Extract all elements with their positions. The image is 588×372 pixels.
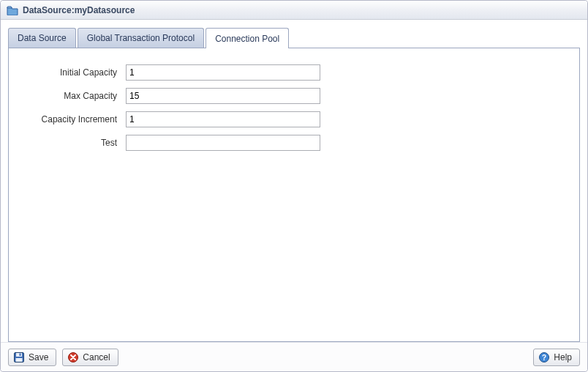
titlebar: DataSource:myDatasource [1,1,587,20]
help-label: Help [554,352,572,362]
tab-label: Connection Pool [215,34,279,44]
save-label: Save [29,352,48,362]
label-initial-capacity: Initial Capacity [23,67,126,78]
max-capacity-field[interactable] [126,88,320,104]
test-field[interactable] [126,135,320,151]
label-capacity-increment: Capacity Increment [23,114,126,124]
svg-rect-3 [16,358,23,362]
svg-rect-2 [20,353,21,356]
tabs-container: Data Source Global Transaction Protocol … [8,27,580,342]
footer-toolbar: Save Cancel ? Help [1,342,587,371]
body: Data Source Global Transaction Protocol … [1,20,587,342]
help-icon: ? [538,351,550,363]
label-max-capacity: Max Capacity [23,91,126,101]
label-test: Test [23,138,126,148]
tab-connection-pool[interactable]: Connection Pool [206,28,289,48]
window-title: DataSource:myDatasource [23,5,135,15]
row-capacity-increment: Capacity Increment [23,111,565,127]
tabstrip: Data Source Global Transaction Protocol … [8,27,580,48]
tab-label: Data Source [18,33,67,43]
tab-panel-connection-pool: Initial Capacity Max Capacity Capacity I… [8,48,580,342]
tab-data-source[interactable]: Data Source [8,28,76,48]
svg-rect-1 [16,353,22,357]
save-button[interactable]: Save [8,349,56,366]
svg-text:?: ? [542,353,546,361]
initial-capacity-field[interactable] [126,64,320,81]
help-button[interactable]: ? Help [533,349,580,366]
folder-icon [7,5,18,15]
capacity-increment-field[interactable] [126,111,320,127]
cancel-button[interactable]: Cancel [62,349,118,366]
cancel-icon [67,351,79,363]
row-test: Test [23,135,565,151]
cancel-label: Cancel [83,352,110,362]
row-max-capacity: Max Capacity [23,88,565,104]
tab-global-transaction-protocol[interactable]: Global Transaction Protocol [78,28,204,48]
disk-icon [13,351,25,363]
tab-label: Global Transaction Protocol [87,33,195,43]
dialog-window: DataSource:myDatasource Data Source Glob… [0,0,588,372]
row-initial-capacity: Initial Capacity [23,64,565,81]
